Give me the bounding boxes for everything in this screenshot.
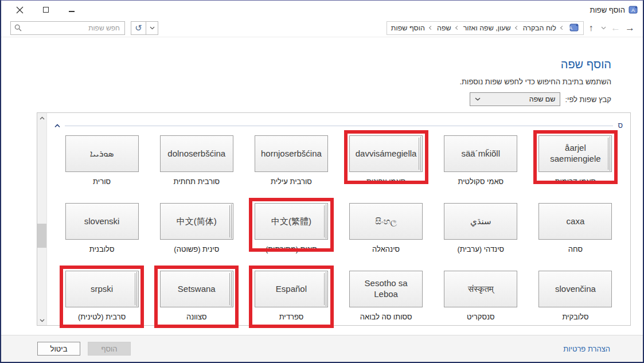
- scroll-up-button[interactable]: [37, 113, 46, 123]
- breadcrumb-separator-icon: [429, 26, 433, 30]
- breadcrumb-item[interactable]: לוח הבקרה: [523, 24, 568, 32]
- breadcrumb-item-label: לוח הבקרה: [523, 24, 556, 32]
- language-label: סורבית תחתית: [173, 177, 220, 186]
- close-icon: [16, 6, 24, 14]
- language-tile[interactable]: संस्कृतम्: [444, 271, 517, 307]
- recent-pages-dropdown[interactable]: [598, 26, 608, 30]
- language-tile[interactable]: 中文(简体): [160, 203, 233, 240]
- scrollbar[interactable]: [37, 113, 47, 325]
- language-label: ססותו סה לבואה: [360, 313, 412, 321]
- language-label: סינדהי (ערבית): [457, 245, 504, 253]
- privacy-statement-link[interactable]: הצהרת פרטיות: [563, 345, 610, 353]
- language-tile[interactable]: hornjoserbšćina: [255, 135, 328, 172]
- language-grid: åarjel saemiengiele סאמי דרומית sää´mǩiõ…: [54, 135, 623, 326]
- language-tile[interactable]: davvisámegiella: [349, 135, 423, 172]
- add-languages-icon: A: [629, 5, 638, 15]
- search-icon: [14, 24, 22, 32]
- language-label: סנסקריט: [467, 313, 495, 321]
- language-tile[interactable]: سنڌي: [444, 203, 517, 240]
- add-button[interactable]: הוסף: [88, 342, 131, 356]
- language-tile[interactable]: 中文(繁體): [255, 203, 328, 240]
- language-cell: 中文(简体) סינית (פשוטה): [149, 203, 244, 258]
- language-list: ס åarjel saemiengiele סאמי דרומית: [37, 112, 631, 326]
- forward-arrow-icon: ←: [611, 22, 620, 33]
- language-cell: dolnoserbšćina סורבית תחתית: [149, 135, 244, 190]
- language-tile[interactable]: caxa: [538, 203, 612, 240]
- language-cell: ܣܘܪܝܝܐ סורית: [54, 135, 149, 190]
- language-native-name: dolnoserbšćina: [167, 149, 225, 159]
- scroll-down-button[interactable]: [37, 315, 46, 325]
- breadcrumb-item-label: שעון, שפה ואזור: [463, 24, 511, 32]
- svg-text:A: A: [631, 7, 635, 13]
- chevron-up-icon: [54, 124, 60, 128]
- language-cell: caxa סחה: [528, 203, 623, 258]
- refresh-control: ↺: [131, 21, 158, 35]
- cancel-button[interactable]: ביטול: [37, 342, 80, 356]
- back-arrow-icon: →: [625, 22, 635, 33]
- language-cell: Español ספרדית: [244, 271, 338, 326]
- chevron-down-icon: [475, 97, 481, 101]
- language-tile[interactable]: Sesotho sa Leboa: [349, 271, 423, 307]
- title-bar: הוסף שפות A: [1, 1, 643, 19]
- page-title: הוסף שפה: [1, 58, 611, 71]
- language-native-name: 中文(简体): [177, 216, 217, 227]
- language-cell: Sesotho sa Leboa ססותו סה לבואה: [339, 271, 434, 326]
- breadcrumb-item[interactable]: הוסף שפות: [391, 24, 437, 32]
- breadcrumb: A לוח הבקרה שעון, שפה ואזור שפה הוסף שפו…: [387, 21, 584, 35]
- refresh-button[interactable]: ↺: [131, 21, 146, 35]
- language-tile[interactable]: sää´mǩiõll: [444, 135, 517, 172]
- language-cell: 中文(繁體) סינית (מסורתית): [244, 203, 338, 258]
- breadcrumb-separator-icon: [455, 26, 459, 30]
- up-button[interactable]: ↑: [584, 21, 598, 35]
- language-label: סורבית עילית: [271, 177, 312, 186]
- maximize-button[interactable]: [33, 1, 58, 19]
- language-tile[interactable]: srpski: [65, 271, 139, 307]
- language-cell: संस्कृतम् סנסקריט: [434, 271, 528, 326]
- breadcrumb-item-label: שפה: [437, 24, 451, 32]
- search-box: [10, 21, 125, 35]
- forward-button[interactable]: ←: [608, 21, 623, 35]
- language-cell: سنڌي סינדהי (ערבית): [434, 203, 528, 258]
- language-native-name: davvisámegiella: [356, 149, 417, 159]
- up-arrow-icon: ↑: [589, 23, 594, 33]
- window-title: הוסף שפות: [590, 6, 625, 14]
- group-by-row: קבץ שפות לפי: שם שפה: [1, 92, 611, 106]
- language-tile[interactable]: Setswana: [160, 271, 233, 307]
- language-label: סאמי צפונית: [366, 177, 405, 186]
- language-tile[interactable]: සිංහල: [349, 203, 423, 240]
- language-cell: davvisámegiella סאמי צפונית: [339, 135, 434, 190]
- refresh-icon: ↺: [135, 23, 142, 33]
- scrollbar-thumb[interactable]: [37, 224, 46, 248]
- language-label: סאמי דרומית: [555, 177, 596, 186]
- language-tile[interactable]: Español: [255, 271, 328, 307]
- chevron-down-icon: [40, 319, 45, 322]
- breadcrumb-item[interactable]: שעון, שפה ואזור: [463, 24, 523, 32]
- refresh-dropdown-button[interactable]: [146, 21, 158, 35]
- language-tile[interactable]: åarjel saemiengiele: [538, 135, 612, 172]
- group-by-selected-value: שם שפה: [529, 95, 556, 103]
- search-input[interactable]: [10, 21, 125, 35]
- language-cell: åarjel saemiengiele סאמי דרומית: [528, 135, 623, 190]
- language-cell: Setswana סצוונה: [149, 271, 244, 326]
- language-tile[interactable]: slovenski: [65, 203, 139, 240]
- breadcrumb-item[interactable]: שפה: [437, 24, 463, 32]
- window-controls: [1, 1, 84, 19]
- language-cell: සිංහල סינהאלה: [339, 203, 434, 258]
- language-tile[interactable]: dolnoserbšćina: [160, 135, 233, 172]
- minimize-button[interactable]: [58, 1, 84, 19]
- chevron-up-icon: [40, 116, 45, 120]
- maximize-icon: [43, 7, 49, 13]
- language-tile[interactable]: ܣܘܪܝܝܐ: [65, 135, 139, 172]
- back-button[interactable]: →: [623, 21, 637, 35]
- language-tile[interactable]: slovenčina: [538, 271, 612, 307]
- breadcrumb-item-label: הוסף שפות: [391, 24, 425, 32]
- group-by-dropdown[interactable]: שם שפה: [470, 92, 560, 106]
- group-letter: ס: [618, 121, 623, 130]
- minimize-icon: [69, 11, 75, 12]
- close-button[interactable]: [7, 1, 33, 19]
- language-native-name: slovenčina: [555, 284, 596, 295]
- group-by-label: קבץ שפות לפי:: [565, 95, 611, 104]
- language-native-name: සිංහල: [375, 216, 397, 227]
- collapse-group-button[interactable]: [54, 124, 60, 128]
- chevron-down-icon: [601, 26, 606, 30]
